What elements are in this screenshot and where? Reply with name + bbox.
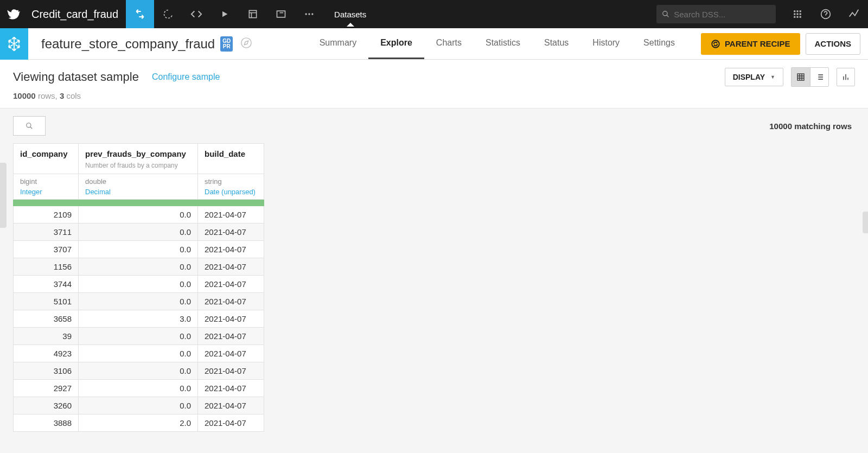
cell[interactable]: 0.0 (79, 345, 198, 362)
table-row[interactable]: 36583.02021-04-07 (14, 310, 264, 328)
cell[interactable]: 5101 (14, 293, 79, 310)
section-label[interactable]: Datasets (323, 10, 377, 19)
search-input[interactable] (674, 10, 770, 19)
cell[interactable]: 3658 (14, 310, 79, 328)
left-panel-handle[interactable] (0, 163, 7, 228)
svg-point-17 (712, 40, 719, 48)
cell[interactable]: 2021-04-07 (198, 206, 264, 224)
cell[interactable]: 0.0 (79, 224, 198, 241)
project-name[interactable]: Credit_card_fraud (28, 8, 126, 21)
cell[interactable]: 0.0 (79, 380, 198, 397)
table-row[interactable]: 390.02021-04-07 (14, 328, 264, 345)
right-panel-handle[interactable] (863, 212, 868, 233)
bar-chart-icon (841, 73, 850, 81)
column-header[interactable]: build_date (198, 144, 264, 174)
tab-status[interactable]: Status (532, 28, 580, 59)
cell[interactable]: 2.0 (79, 414, 198, 432)
cell[interactable]: 2927 (14, 380, 79, 397)
meaning-link[interactable]: Date (unparsed) (205, 188, 256, 196)
table-row[interactable]: 21090.02021-04-07 (14, 206, 264, 224)
configure-sample-link[interactable]: Configure sample (152, 72, 220, 82)
cell[interactable]: 0.0 (79, 328, 198, 345)
play-icon[interactable] (210, 0, 239, 28)
tab-history[interactable]: History (580, 28, 631, 59)
panel-icon[interactable] (267, 0, 295, 28)
cell[interactable]: 2021-04-07 (198, 293, 264, 310)
dashboard-icon[interactable] (239, 0, 267, 28)
parent-recipe-button[interactable]: PARENT RECIPE (701, 33, 800, 55)
actions-button[interactable]: ACTIONS (806, 33, 861, 55)
cell[interactable]: 3260 (14, 397, 79, 414)
tab-settings[interactable]: Settings (631, 28, 687, 59)
cell[interactable]: 39 (14, 328, 79, 345)
cell[interactable]: 0.0 (79, 293, 198, 310)
table-row[interactable]: 11560.02021-04-07 (14, 258, 264, 276)
table-row[interactable]: 38882.02021-04-07 (14, 414, 264, 432)
grid-view-toggle[interactable] (792, 68, 810, 86)
cell[interactable]: 0.0 (79, 397, 198, 414)
meaning-link[interactable]: Decimal (85, 188, 111, 196)
cell[interactable]: 2021-04-07 (198, 241, 264, 258)
code-icon[interactable] (182, 0, 210, 28)
table-row[interactable]: 29270.02021-04-07 (14, 380, 264, 397)
cell[interactable]: 0.0 (79, 362, 198, 380)
cell[interactable]: 2021-04-07 (198, 380, 264, 397)
circle-arrows-icon[interactable] (154, 0, 182, 28)
more-icon[interactable] (295, 0, 323, 28)
tab-explore[interactable]: Explore (368, 28, 424, 59)
list-view-toggle[interactable] (810, 68, 828, 86)
storage-type[interactable]: bigint (14, 174, 79, 187)
global-search[interactable] (656, 5, 776, 23)
tab-statistics[interactable]: Statistics (474, 28, 532, 59)
cell[interactable]: 2021-04-07 (198, 414, 264, 432)
cell[interactable]: 2021-04-07 (198, 345, 264, 362)
cell[interactable]: 3106 (14, 362, 79, 380)
help-icon[interactable] (812, 0, 840, 28)
tab-summary[interactable]: Summary (308, 28, 368, 59)
meaning-link[interactable]: Integer (20, 188, 42, 196)
apps-icon[interactable] (783, 0, 812, 28)
storage-type[interactable]: double (79, 174, 198, 187)
cell[interactable]: 4923 (14, 345, 79, 362)
display-button[interactable]: DISPLAY (725, 68, 783, 86)
cell[interactable]: 3888 (14, 414, 79, 432)
cell[interactable]: 2021-04-07 (198, 224, 264, 241)
cell[interactable]: 0.0 (79, 276, 198, 293)
cell[interactable]: 0.0 (79, 258, 198, 276)
cell[interactable]: 2021-04-07 (198, 328, 264, 345)
table-row[interactable]: 32600.02021-04-07 (14, 397, 264, 414)
svg-point-19 (27, 123, 31, 127)
cell[interactable]: 0.0 (79, 206, 198, 224)
tab-charts[interactable]: Charts (424, 28, 474, 59)
cell[interactable]: 0.0 (79, 241, 198, 258)
table-row[interactable]: 37070.02021-04-07 (14, 241, 264, 258)
cell[interactable]: 3707 (14, 241, 79, 258)
table-row[interactable]: 49230.02021-04-07 (14, 345, 264, 362)
gdpr-badge[interactable]: GDPR (220, 36, 233, 52)
cell[interactable]: 3744 (14, 276, 79, 293)
table-row[interactable]: 31060.02021-04-07 (14, 362, 264, 380)
compass-icon[interactable] (240, 37, 252, 51)
activity-icon[interactable] (840, 0, 868, 28)
dataset-tabs: Summary Explore Charts Statistics Status… (308, 28, 687, 59)
cell[interactable]: 2021-04-07 (198, 310, 264, 328)
table-row[interactable]: 51010.02021-04-07 (14, 293, 264, 310)
chart-view-button[interactable] (837, 68, 855, 86)
cell[interactable]: 2021-04-07 (198, 397, 264, 414)
cell[interactable]: 2021-04-07 (198, 258, 264, 276)
cell[interactable]: 2021-04-07 (198, 276, 264, 293)
column-header[interactable]: prev_frauds_by_companyNumber of frauds b… (79, 144, 198, 174)
cell[interactable]: 3711 (14, 224, 79, 241)
cell[interactable]: 2109 (14, 206, 79, 224)
flow-icon[interactable] (126, 0, 154, 28)
app-logo[interactable] (0, 0, 28, 28)
snowflake-icon[interactable] (0, 28, 28, 60)
table-row[interactable]: 37440.02021-04-07 (14, 276, 264, 293)
cell[interactable]: 3.0 (79, 310, 198, 328)
cell[interactable]: 1156 (14, 258, 79, 276)
table-row[interactable]: 37110.02021-04-07 (14, 224, 264, 241)
storage-type[interactable]: string (198, 174, 264, 187)
column-header[interactable]: id_company (14, 144, 79, 174)
cell[interactable]: 2021-04-07 (198, 362, 264, 380)
column-search-button[interactable] (13, 116, 46, 136)
